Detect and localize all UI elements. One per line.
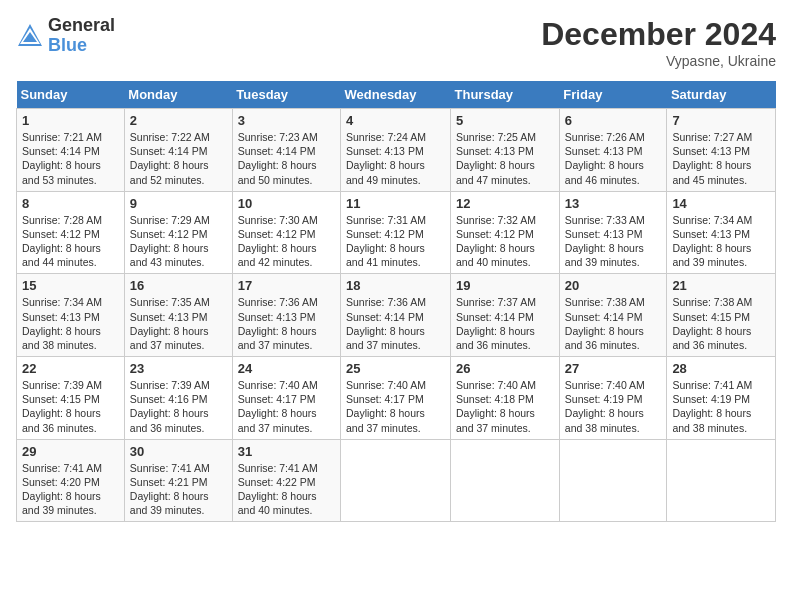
- day-number: 15: [22, 278, 119, 293]
- calendar-cell: 21 Sunrise: 7:38 AMSunset: 4:15 PMDaylig…: [667, 274, 776, 357]
- day-number: 12: [456, 196, 554, 211]
- cell-content: Sunrise: 7:41 AMSunset: 4:21 PMDaylight:…: [130, 462, 210, 517]
- calendar-cell: 20 Sunrise: 7:38 AMSunset: 4:14 PMDaylig…: [559, 274, 667, 357]
- cell-content: Sunrise: 7:31 AMSunset: 4:12 PMDaylight:…: [346, 214, 426, 269]
- day-header-friday: Friday: [559, 81, 667, 109]
- day-number: 8: [22, 196, 119, 211]
- calendar-cell: 17 Sunrise: 7:36 AMSunset: 4:13 PMDaylig…: [232, 274, 340, 357]
- day-number: 16: [130, 278, 227, 293]
- logo-blue: Blue: [48, 36, 115, 56]
- cell-content: Sunrise: 7:39 AMSunset: 4:15 PMDaylight:…: [22, 379, 102, 434]
- day-number: 25: [346, 361, 445, 376]
- cell-content: Sunrise: 7:40 AMSunset: 4:19 PMDaylight:…: [565, 379, 645, 434]
- calendar-cell: 29 Sunrise: 7:41 AMSunset: 4:20 PMDaylig…: [17, 439, 125, 522]
- logo-icon: [16, 22, 44, 50]
- day-number: 22: [22, 361, 119, 376]
- cell-content: Sunrise: 7:41 AMSunset: 4:22 PMDaylight:…: [238, 462, 318, 517]
- day-number: 3: [238, 113, 335, 128]
- day-number: 20: [565, 278, 662, 293]
- cell-content: Sunrise: 7:32 AMSunset: 4:12 PMDaylight:…: [456, 214, 536, 269]
- day-number: 10: [238, 196, 335, 211]
- day-number: 26: [456, 361, 554, 376]
- cell-content: Sunrise: 7:36 AMSunset: 4:14 PMDaylight:…: [346, 296, 426, 351]
- day-header-saturday: Saturday: [667, 81, 776, 109]
- day-number: 30: [130, 444, 227, 459]
- cell-content: Sunrise: 7:27 AMSunset: 4:13 PMDaylight:…: [672, 131, 752, 186]
- page-header: General Blue December 2024 Vypasne, Ukra…: [16, 16, 776, 69]
- calendar-cell: 2 Sunrise: 7:22 AMSunset: 4:14 PMDayligh…: [124, 109, 232, 192]
- cell-content: Sunrise: 7:38 AMSunset: 4:14 PMDaylight:…: [565, 296, 645, 351]
- calendar-cell: 10 Sunrise: 7:30 AMSunset: 4:12 PMDaylig…: [232, 191, 340, 274]
- cell-content: Sunrise: 7:24 AMSunset: 4:13 PMDaylight:…: [346, 131, 426, 186]
- calendar-cell: [341, 439, 451, 522]
- day-number: 7: [672, 113, 770, 128]
- calendar-cell: 9 Sunrise: 7:29 AMSunset: 4:12 PMDayligh…: [124, 191, 232, 274]
- calendar-cell: 28 Sunrise: 7:41 AMSunset: 4:19 PMDaylig…: [667, 357, 776, 440]
- logo-general: General: [48, 16, 115, 36]
- cell-content: Sunrise: 7:23 AMSunset: 4:14 PMDaylight:…: [238, 131, 318, 186]
- day-number: 9: [130, 196, 227, 211]
- title-area: December 2024 Vypasne, Ukraine: [541, 16, 776, 69]
- cell-content: Sunrise: 7:34 AMSunset: 4:13 PMDaylight:…: [22, 296, 102, 351]
- week-row-3: 15 Sunrise: 7:34 AMSunset: 4:13 PMDaylig…: [17, 274, 776, 357]
- day-number: 1: [22, 113, 119, 128]
- calendar-cell: 3 Sunrise: 7:23 AMSunset: 4:14 PMDayligh…: [232, 109, 340, 192]
- week-row-4: 22 Sunrise: 7:39 AMSunset: 4:15 PMDaylig…: [17, 357, 776, 440]
- calendar-cell: 15 Sunrise: 7:34 AMSunset: 4:13 PMDaylig…: [17, 274, 125, 357]
- calendar-cell: 11 Sunrise: 7:31 AMSunset: 4:12 PMDaylig…: [341, 191, 451, 274]
- calendar-cell: 18 Sunrise: 7:36 AMSunset: 4:14 PMDaylig…: [341, 274, 451, 357]
- calendar-cell: 7 Sunrise: 7:27 AMSunset: 4:13 PMDayligh…: [667, 109, 776, 192]
- header-row: SundayMondayTuesdayWednesdayThursdayFrid…: [17, 81, 776, 109]
- week-row-1: 1 Sunrise: 7:21 AMSunset: 4:14 PMDayligh…: [17, 109, 776, 192]
- day-number: 28: [672, 361, 770, 376]
- day-number: 27: [565, 361, 662, 376]
- day-number: 29: [22, 444, 119, 459]
- cell-content: Sunrise: 7:39 AMSunset: 4:16 PMDaylight:…: [130, 379, 210, 434]
- cell-content: Sunrise: 7:25 AMSunset: 4:13 PMDaylight:…: [456, 131, 536, 186]
- calendar-cell: 1 Sunrise: 7:21 AMSunset: 4:14 PMDayligh…: [17, 109, 125, 192]
- cell-content: Sunrise: 7:41 AMSunset: 4:19 PMDaylight:…: [672, 379, 752, 434]
- day-header-monday: Monday: [124, 81, 232, 109]
- cell-content: Sunrise: 7:41 AMSunset: 4:20 PMDaylight:…: [22, 462, 102, 517]
- day-number: 21: [672, 278, 770, 293]
- week-row-5: 29 Sunrise: 7:41 AMSunset: 4:20 PMDaylig…: [17, 439, 776, 522]
- calendar-cell: [559, 439, 667, 522]
- day-number: 13: [565, 196, 662, 211]
- day-number: 2: [130, 113, 227, 128]
- calendar-cell: 30 Sunrise: 7:41 AMSunset: 4:21 PMDaylig…: [124, 439, 232, 522]
- cell-content: Sunrise: 7:30 AMSunset: 4:12 PMDaylight:…: [238, 214, 318, 269]
- day-number: 31: [238, 444, 335, 459]
- location-subtitle: Vypasne, Ukraine: [541, 53, 776, 69]
- calendar-cell: 31 Sunrise: 7:41 AMSunset: 4:22 PMDaylig…: [232, 439, 340, 522]
- day-number: 23: [130, 361, 227, 376]
- day-header-sunday: Sunday: [17, 81, 125, 109]
- month-title: December 2024: [541, 16, 776, 53]
- calendar-cell: 24 Sunrise: 7:40 AMSunset: 4:17 PMDaylig…: [232, 357, 340, 440]
- cell-content: Sunrise: 7:40 AMSunset: 4:17 PMDaylight:…: [238, 379, 318, 434]
- cell-content: Sunrise: 7:38 AMSunset: 4:15 PMDaylight:…: [672, 296, 752, 351]
- day-number: 18: [346, 278, 445, 293]
- day-number: 5: [456, 113, 554, 128]
- calendar-cell: 26 Sunrise: 7:40 AMSunset: 4:18 PMDaylig…: [451, 357, 560, 440]
- cell-content: Sunrise: 7:22 AMSunset: 4:14 PMDaylight:…: [130, 131, 210, 186]
- cell-content: Sunrise: 7:28 AMSunset: 4:12 PMDaylight:…: [22, 214, 102, 269]
- day-number: 24: [238, 361, 335, 376]
- day-header-tuesday: Tuesday: [232, 81, 340, 109]
- cell-content: Sunrise: 7:29 AMSunset: 4:12 PMDaylight:…: [130, 214, 210, 269]
- day-number: 6: [565, 113, 662, 128]
- logo-text: General Blue: [48, 16, 115, 56]
- calendar-cell: 14 Sunrise: 7:34 AMSunset: 4:13 PMDaylig…: [667, 191, 776, 274]
- cell-content: Sunrise: 7:26 AMSunset: 4:13 PMDaylight:…: [565, 131, 645, 186]
- cell-content: Sunrise: 7:36 AMSunset: 4:13 PMDaylight:…: [238, 296, 318, 351]
- week-row-2: 8 Sunrise: 7:28 AMSunset: 4:12 PMDayligh…: [17, 191, 776, 274]
- calendar-cell: 12 Sunrise: 7:32 AMSunset: 4:12 PMDaylig…: [451, 191, 560, 274]
- calendar-cell: 4 Sunrise: 7:24 AMSunset: 4:13 PMDayligh…: [341, 109, 451, 192]
- day-number: 17: [238, 278, 335, 293]
- calendar-cell: 6 Sunrise: 7:26 AMSunset: 4:13 PMDayligh…: [559, 109, 667, 192]
- day-header-thursday: Thursday: [451, 81, 560, 109]
- cell-content: Sunrise: 7:37 AMSunset: 4:14 PMDaylight:…: [456, 296, 536, 351]
- cell-content: Sunrise: 7:35 AMSunset: 4:13 PMDaylight:…: [130, 296, 210, 351]
- calendar-cell: 8 Sunrise: 7:28 AMSunset: 4:12 PMDayligh…: [17, 191, 125, 274]
- calendar-cell: 22 Sunrise: 7:39 AMSunset: 4:15 PMDaylig…: [17, 357, 125, 440]
- calendar-cell: 16 Sunrise: 7:35 AMSunset: 4:13 PMDaylig…: [124, 274, 232, 357]
